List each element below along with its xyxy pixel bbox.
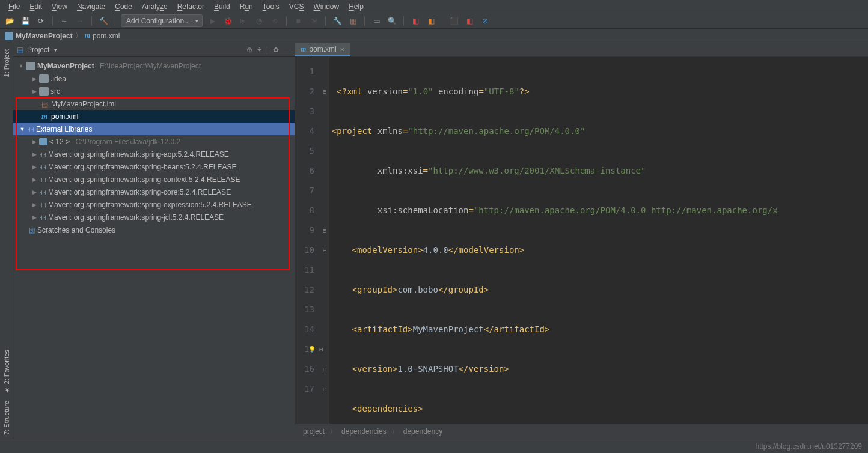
menu-navigate[interactable]: Navigate <box>72 2 110 11</box>
tree-lib[interactable]: ▶⫞⫞Maven: org.springframework:spring-cor… <box>13 186 295 198</box>
maven-lib-icon: ⫞⫞ <box>39 213 46 222</box>
tree-pom[interactable]: m pom.xml <box>13 110 295 123</box>
minimize-icon[interactable]: — <box>284 46 291 54</box>
tab-project[interactable]: 1: Project <box>2 46 11 81</box>
menu-vcs[interactable]: VCS <box>284 2 309 11</box>
run-icon[interactable]: ▶ <box>206 15 218 27</box>
build-icon[interactable]: 🔨 <box>97 15 109 27</box>
ext1-icon[interactable]: ◧ <box>409 15 421 27</box>
arrow-right-icon[interactable]: ▶ <box>31 189 37 195</box>
status-url: https://blog.csdn.net/u013277209 <box>756 442 862 451</box>
arrow-right-icon[interactable]: ▶ <box>31 202 37 208</box>
arrow-right-icon[interactable]: ▶ <box>31 76 37 82</box>
ext2-icon[interactable]: ◧ <box>425 15 437 27</box>
chevron-right-icon: 〉 <box>391 427 399 437</box>
left-tool-strip: 1: Project ★ 2: Favorites 7: Structure <box>0 43 13 439</box>
file-icon: ▤ <box>40 100 49 108</box>
folder-icon <box>39 74 49 83</box>
tree-lib[interactable]: ▶⫞⫞Maven: org.springframework:spring-jcl… <box>13 211 295 223</box>
save-icon[interactable]: 💾 <box>19 15 31 27</box>
ext3-icon[interactable]: ⬛ <box>448 15 460 27</box>
structure-icon[interactable]: ▦ <box>347 15 359 27</box>
run-config-select[interactable]: Add Configuration... <box>121 14 203 27</box>
toolbar: 📂 💾 ⟳ ← → 🔨 Add Configuration... ▶ 🐞 ⛨ ◔… <box>0 13 868 29</box>
maven-lib-icon: ⫞⫞ <box>39 163 46 171</box>
coverage-icon[interactable]: ⛨ <box>237 15 249 27</box>
arrow-down-icon[interactable]: ▼ <box>19 126 25 132</box>
tree-lib[interactable]: ▶⫞⫞Maven: org.springframework:spring-exp… <box>13 198 295 211</box>
project-tree[interactable]: ▼ MyMavenProject E:\IdeaProject\MyMavenP… <box>13 57 295 439</box>
bulb-icon[interactable]: 💡 <box>308 339 316 359</box>
arrow-right-icon[interactable]: ▶ <box>31 139 37 145</box>
sdk-icon[interactable]: ▭ <box>370 15 382 27</box>
arrow-right-icon[interactable]: ▶ <box>31 214 37 220</box>
menu-file[interactable]: File <box>4 2 25 11</box>
tree-scratches[interactable]: ▧ Scratches and Consoles <box>13 223 295 236</box>
editor-nav: project 〉 dependencies 〉 dependency <box>295 424 868 439</box>
menu-window[interactable]: Window <box>308 2 344 11</box>
editor-tabs: m pom.xml ✕ <box>295 43 868 57</box>
tree-lib[interactable]: ▶⫞⫞Maven: org.springframework:spring-con… <box>13 173 295 186</box>
tab-pom[interactable]: m pom.xml ✕ <box>295 43 350 56</box>
nav-project[interactable]: project <box>303 427 325 436</box>
close-icon[interactable]: ✕ <box>340 46 344 53</box>
crumb-file[interactable]: pom.xml <box>93 32 120 40</box>
menu-analyze[interactable]: Analyze <box>137 2 173 11</box>
concurrency-icon[interactable]: ⎋ <box>269 15 281 27</box>
panel-header: ▤ Project ▼ ⊕ ÷ | ✿ — <box>13 43 295 57</box>
tree-ext-libs[interactable]: ▼ ⫞⫞ External Libraries <box>13 123 295 135</box>
deny-icon[interactable]: ⊘ <box>479 15 491 27</box>
tab-structure[interactable]: 7: Structure <box>2 397 11 439</box>
menu-view[interactable]: View <box>47 2 72 11</box>
maven-lib-icon: ⫞⫞ <box>39 175 46 184</box>
status-bar: https://blog.csdn.net/u013277209 <box>0 439 868 453</box>
ext4-icon[interactable]: ◧ <box>463 15 475 27</box>
menu-refactor[interactable]: Refactor <box>173 2 209 11</box>
gear-icon[interactable]: ✿ <box>273 46 279 54</box>
tree-root[interactable]: ▼ MyMavenProject E:\IdeaProject\MyMavenP… <box>13 59 295 72</box>
tree-lib[interactable]: ▶⫞⫞Maven: org.springframework:spring-aop… <box>13 148 295 160</box>
arrow-right-icon[interactable]: ▶ <box>31 88 37 94</box>
arrow-right-icon[interactable]: ▶ <box>31 164 37 170</box>
menu-run[interactable]: Run <box>235 2 258 11</box>
menu-build[interactable]: Build <box>209 2 235 11</box>
arrow-down-icon[interactable]: ▼ <box>18 63 24 69</box>
refresh-icon[interactable]: ⟳ <box>35 15 47 27</box>
target-icon[interactable]: ⊕ <box>246 46 252 54</box>
forward-icon[interactable]: → <box>74 15 86 27</box>
tree-src[interactable]: ▶ src <box>13 85 295 97</box>
stop-icon[interactable]: ■ <box>292 15 304 27</box>
folder-icon <box>5 32 13 40</box>
menu-edit[interactable]: Edit <box>25 2 47 11</box>
tab-favorites[interactable]: ★ 2: Favorites <box>1 346 11 398</box>
nav-dep[interactable]: dependency <box>403 427 442 436</box>
profile-icon[interactable]: ◔ <box>253 15 265 27</box>
crumb-project[interactable]: MyMavenProject <box>5 32 73 40</box>
tree-iml[interactable]: ▤ MyMavenProject.iml <box>13 97 295 110</box>
open-icon[interactable]: 📂 <box>4 15 16 27</box>
tree-idea[interactable]: ▶ .idea <box>13 72 295 85</box>
arrow-right-icon[interactable]: ▶ <box>31 151 37 157</box>
jdk-icon <box>39 138 47 145</box>
chevron-down-icon[interactable]: ▼ <box>53 47 58 53</box>
maven-icon: m <box>85 31 90 40</box>
folder-icon <box>26 62 35 70</box>
collapse-icon[interactable]: ÷ <box>257 46 261 54</box>
fold-column[interactable]: ⊟⊟⊟⊟ 💡⊟⊟ <box>321 57 329 424</box>
debug-icon[interactable]: 🐞 <box>222 15 234 27</box>
code-content[interactable]: <?xml version="1.0" encoding="UTF-8"?> <… <box>329 57 868 424</box>
menu-code[interactable]: Code <box>110 2 137 11</box>
tree-jdk[interactable]: ▶ < 12 > C:\Program Files\Java\jdk-12.0.… <box>13 135 295 148</box>
maven-lib-icon: ⫞⫞ <box>39 188 46 196</box>
search-icon[interactable]: 🔍 <box>386 15 398 27</box>
menu-tools[interactable]: Tools <box>258 2 284 11</box>
attach-icon[interactable]: ⇲ <box>308 15 320 27</box>
back-icon[interactable]: ← <box>58 15 70 27</box>
panel-title[interactable]: Project <box>27 46 49 54</box>
menu-help[interactable]: Help <box>344 2 368 11</box>
wrench-icon[interactable]: 🔧 <box>331 15 343 27</box>
tree-lib[interactable]: ▶⫞⫞Maven: org.springframework:spring-bea… <box>13 160 295 173</box>
arrow-right-icon[interactable]: ▶ <box>31 177 37 183</box>
nav-deps[interactable]: dependencies <box>341 427 387 436</box>
code-editor[interactable]: 1234567891011121314151617 ⊟⊟⊟⊟ 💡⊟⊟ <?xml… <box>295 57 868 424</box>
